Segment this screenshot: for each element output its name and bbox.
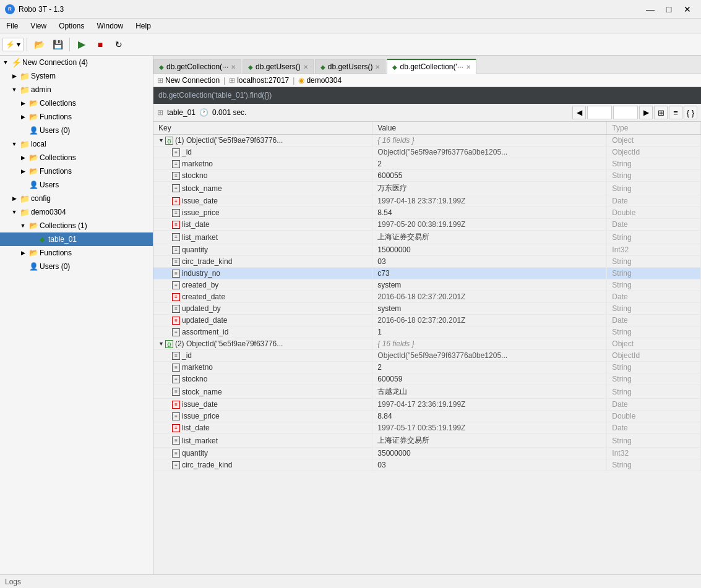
page-size-input[interactable]: 50	[613, 106, 638, 119]
field-icon: ≡	[172, 305, 180, 313]
admin-functions-label: Functions	[40, 113, 153, 121]
sep1: |	[223, 76, 225, 85]
key-label: _id	[182, 351, 192, 360]
tab-2[interactable]: ◆ db.getUsers() ✕	[243, 59, 314, 74]
table-row: ≡issue_date1997-04-18 23:37:19.199ZDate	[153, 195, 701, 207]
run-button[interactable]: ▶	[73, 36, 90, 53]
table-cell-value: 1997-04-17 23:36:19.199Z	[372, 399, 607, 411]
tree-view-button[interactable]: ≡	[669, 106, 682, 119]
tab2-close[interactable]: ✕	[303, 64, 308, 70]
table-cell-type: Date	[607, 219, 701, 231]
demo0304-collections-icon: 📂	[28, 221, 38, 231]
tab-4[interactable]: ◆ db.getCollection('··· ✕	[387, 59, 476, 74]
sidebar-item-local-collections[interactable]: ▶ 📂 Collections	[0, 151, 153, 164]
table-row: ≡updated_date2016-06-18 02:37:20.201ZDat…	[153, 315, 701, 326]
field-icon: ≡	[172, 375, 180, 383]
table-row: ≡issue_price8.54Double	[153, 207, 701, 219]
open-button[interactable]: 📂	[30, 36, 48, 53]
system-expand-icon: ▶	[10, 72, 19, 80]
table-cell-key: ≡list_market	[153, 231, 372, 244]
page-input[interactable]: 0	[587, 106, 612, 119]
date-field-icon: ≡	[172, 293, 180, 301]
json-view-button[interactable]: { }	[684, 106, 697, 119]
sidebar-item-local-functions[interactable]: ▶ 📂 Functions	[0, 164, 153, 178]
table-cell-value: 2016-06-18 02:37:20.201Z	[372, 315, 607, 326]
sidebar-item-connection[interactable]: ▼ ⚡ New Connection (4)	[0, 56, 153, 69]
key-label: assortment_id	[182, 328, 228, 336]
field-icon: ≡	[172, 270, 180, 278]
table-cell-type: String	[607, 256, 701, 268]
maximize-button[interactable]: □	[660, 3, 677, 15]
header-type: Type	[607, 122, 701, 135]
host-icon: ⊞	[229, 76, 235, 85]
menu-options[interactable]: Options	[53, 19, 90, 33]
table-cell-key: ≡marketno	[153, 362, 372, 373]
prev-page-button[interactable]: ◀	[572, 106, 586, 119]
table-cell-key: ≡issue_price	[153, 411, 372, 422]
table-cell-value: 600059	[372, 373, 607, 385]
tab4-icon: ◆	[392, 64, 397, 70]
local-functions-expand: ▶	[19, 167, 27, 176]
admin-collections-label: Collections	[40, 99, 153, 108]
table-cell-value: 2016-06-18 02:37:20.201Z	[372, 291, 607, 303]
tab4-close[interactable]: ✕	[466, 64, 471, 70]
table-cell-key: ≡list_market	[153, 434, 372, 448]
table-cell-key: ▼{}(1) ObjectId("5e5f9ae79f63776...	[153, 135, 372, 147]
plug-icon: ⚡	[6, 40, 15, 49]
stop-button[interactable]: ■	[92, 36, 109, 53]
sidebar-item-admin-users[interactable]: 👤 Users (0)	[0, 124, 153, 137]
table-row: ≡list_date1997-05-20 00:38:19.199ZDate	[153, 219, 701, 231]
menu-view[interactable]: View	[24, 19, 53, 33]
query-text[interactable]: db.getCollection('table_01').find({})	[158, 91, 272, 100]
date-field-icon: ≡	[172, 401, 180, 409]
table-cell-type: String	[607, 158, 701, 170]
sidebar-item-demo0304-collections[interactable]: ▼ 📂 Collections (1)	[0, 219, 153, 232]
tab-bar: ◆ db.getCollection(··· ✕ ◆ db.getUsers()…	[153, 56, 701, 74]
table-row: ≡list_market上海证券交易所String	[153, 434, 701, 448]
tab-3[interactable]: ◆ db.getUsers() ✕	[315, 59, 386, 74]
table-cell-type: String	[607, 459, 701, 471]
sidebar-item-demo0304-functions[interactable]: ▶ 📂 Functions	[0, 246, 153, 260]
tab-1[interactable]: ◆ db.getCollection(··· ✕	[153, 59, 241, 74]
new-connection-dropdown[interactable]: ⚡ ▾	[2, 38, 24, 51]
sidebar-item-system[interactable]: ▶ 📁 System	[0, 69, 153, 83]
sidebar-item-admin[interactable]: ▼ 📁 admin	[0, 83, 153, 96]
sidebar-item-demo0304-users[interactable]: 👤 Users (0)	[0, 260, 153, 273]
tab1-close[interactable]: ✕	[231, 64, 236, 70]
key-label: marketno	[182, 160, 213, 168]
sidebar-item-demo0304[interactable]: ▼ 📁 demo0304	[0, 205, 153, 219]
sidebar-item-admin-functions[interactable]: ▶ 📂 Functions	[0, 110, 153, 124]
next-page-button[interactable]: ▶	[639, 106, 653, 119]
menu-window[interactable]: Window	[91, 19, 130, 33]
sidebar-item-local-users[interactable]: 👤 Users	[0, 178, 153, 192]
tab2-label: db.getUsers()	[256, 62, 301, 71]
table-cell-type: String	[607, 279, 701, 291]
table-row: ▼{}(1) ObjectId("5e5f9ae79f63776...{ 16 …	[153, 135, 701, 147]
date-field-icon: ≡	[172, 197, 180, 205]
menu-help[interactable]: Help	[129, 19, 157, 33]
table-cell-type: Date	[607, 315, 701, 326]
table-cell-value: ObjectId("5e5f9ae79f63776a0be1205...	[372, 147, 607, 158]
menu-file[interactable]: File	[0, 19, 24, 33]
table-cell-type: String	[607, 182, 701, 195]
query-input-bar: db.getCollection('table_01').find({})	[153, 87, 701, 104]
table-cell-key: ≡stock_name	[153, 385, 372, 399]
save-button[interactable]: 💾	[49, 36, 66, 53]
minimize-button[interactable]: —	[642, 3, 659, 15]
refresh-button[interactable]: ↻	[110, 36, 127, 53]
key-label: industry_no	[182, 269, 220, 278]
tab3-close[interactable]: ✕	[375, 64, 380, 70]
close-button[interactable]: ✕	[679, 3, 696, 15]
sidebar-item-config[interactable]: ▶ 📁 config	[0, 192, 153, 205]
table01-expand-icon	[27, 235, 36, 244]
table-view-button[interactable]: ⊞	[654, 106, 668, 119]
tab2-icon: ◆	[248, 64, 253, 70]
local-label: local	[31, 140, 153, 148]
sidebar-item-local[interactable]: ▼ 📁 local	[0, 137, 153, 151]
connection-label: New Connection (4)	[22, 58, 153, 67]
sidebar: ▼ ⚡ New Connection (4) ▶ 📁 System ▼ 📁 ad…	[0, 56, 153, 574]
sidebar-item-table01[interactable]: ◆ table_01	[0, 232, 153, 246]
table-cell-key: ≡created_by	[153, 279, 372, 291]
table-cell-type: Date	[607, 195, 701, 207]
sidebar-item-admin-collections[interactable]: ▶ 📂 Collections	[0, 96, 153, 110]
